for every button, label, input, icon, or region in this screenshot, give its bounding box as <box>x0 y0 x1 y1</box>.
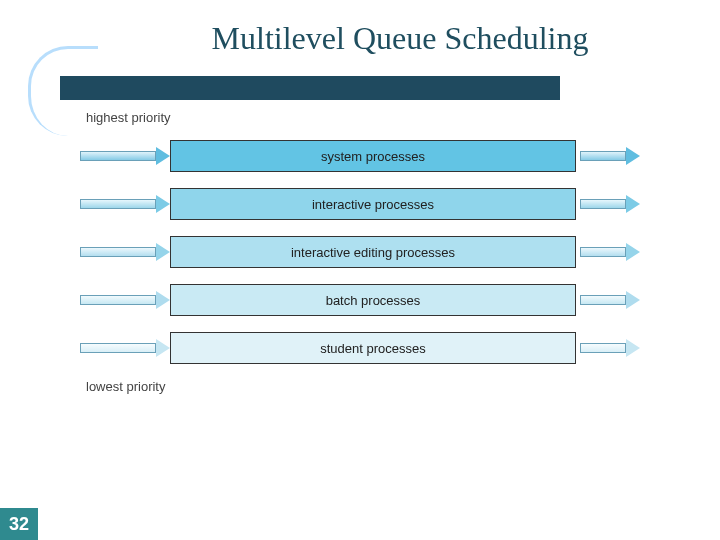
arrow-in-icon <box>80 148 170 164</box>
queue-row: batch processes <box>80 283 640 317</box>
slide-title: Multilevel Queue Scheduling <box>0 0 720 57</box>
page-number: 32 <box>0 508 38 540</box>
queue-box: interactive editing processes <box>170 236 576 268</box>
arrow-out-icon <box>580 292 640 308</box>
queue-diagram: highest priority system processes intera… <box>80 110 640 394</box>
queue-row: interactive editing processes <box>80 235 640 269</box>
arrow-out-icon <box>580 148 640 164</box>
arrow-out-icon <box>580 244 640 260</box>
queue-box: batch processes <box>170 284 576 316</box>
arrow-in-icon <box>80 196 170 212</box>
queue-row: system processes <box>80 139 640 173</box>
queue-row: interactive processes <box>80 187 640 221</box>
queue-box: student processes <box>170 332 576 364</box>
highest-priority-label: highest priority <box>86 110 640 125</box>
lowest-priority-label: lowest priority <box>86 379 640 394</box>
arrow-out-icon <box>580 196 640 212</box>
arrow-in-icon <box>80 340 170 356</box>
queue-row: student processes <box>80 331 640 365</box>
queue-box: system processes <box>170 140 576 172</box>
queue-box: interactive processes <box>170 188 576 220</box>
arrow-out-icon <box>580 340 640 356</box>
arrow-in-icon <box>80 244 170 260</box>
title-underline-bar <box>60 76 560 100</box>
arrow-in-icon <box>80 292 170 308</box>
